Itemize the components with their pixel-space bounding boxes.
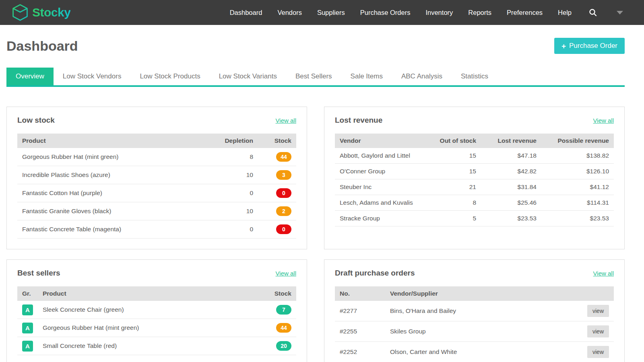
tab-low-stock-variants[interactable]: Low Stock Variants (210, 68, 286, 85)
low-stock-view-all-link[interactable]: View all (276, 117, 296, 124)
table-header-row: Vendor Out of stock Lost revenue Possibl… (335, 134, 614, 148)
stock-badge: 0 (276, 188, 291, 198)
low-stock-title: Low stock (17, 116, 55, 125)
view-po-button[interactable]: view (587, 346, 609, 358)
view-po-button[interactable]: view (587, 305, 609, 317)
product-name: Fantastic Cotton Hat (purple) (17, 184, 214, 202)
out-of-stock-value: 15 (435, 164, 481, 179)
table-row: Gorgeous Rubber Hat (mint green) 8 44 (17, 148, 296, 166)
table-row: Fantastic Concrete Table (magenta) 0 0 (17, 220, 296, 239)
nav-item-inventory[interactable]: Inventory (425, 9, 453, 16)
stock-badge: 20 (276, 341, 291, 351)
page-header: Dashboard + Purchase Order (6, 38, 625, 54)
draft-purchase-orders-view-all-link[interactable]: View all (593, 270, 614, 277)
nav-item-purchase-orders[interactable]: Purchase Orders (360, 9, 411, 16)
search-icon[interactable] (588, 8, 597, 17)
stock-badge: 2 (276, 206, 291, 216)
depletion-value: 10 (214, 202, 258, 220)
tab-best-sellers[interactable]: Best Sellers (286, 68, 341, 85)
out-of-stock-value: 8 (435, 195, 481, 211)
grade-column-header: Gr. (17, 286, 38, 301)
vendor-column-header: Vendor (335, 134, 435, 148)
table-row: #2252 Olson, Carter and White view (335, 342, 614, 362)
low-stock-table: Product Depletion Stock Gorgeous Rubber … (17, 134, 296, 239)
tab-low-stock-vendors[interactable]: Low Stock Vendors (54, 68, 131, 85)
stock-badge: 3 (276, 170, 291, 180)
po-number: #2277 (335, 301, 385, 321)
vendor-name: Abbott, Gaylord and Littel (335, 148, 435, 164)
product-name: Sleek Concrete Chair (green) (38, 301, 258, 319)
lost-revenue-title: Lost revenue (335, 116, 382, 125)
possible-revenue-value: $138.82 (541, 148, 614, 164)
table-row: Lesch, Adams and Kuvalis 8 $25.46 $114.3… (335, 195, 614, 211)
chevron-down-icon[interactable] (617, 11, 623, 14)
product-name: Gorgeous Rubber Hat (mint green) (38, 319, 258, 337)
top-navigation: Stocky Dashboard Vendors Suppliers Purch… (0, 0, 644, 25)
table-row: Abbott, Gaylord and Littel 15 $47.18 $13… (335, 148, 614, 164)
lost-revenue-value: $42.82 (481, 164, 541, 179)
lost-revenue-view-all-link[interactable]: View all (593, 117, 614, 124)
depletion-value: 0 (214, 184, 258, 202)
draft-purchase-orders-title: Draft purchase orders (335, 269, 415, 278)
best-sellers-title: Best sellers (17, 269, 60, 278)
tab-statistics[interactable]: Statistics (452, 68, 497, 85)
depletion-value: 0 (214, 220, 258, 239)
stock-badge: 44 (276, 323, 291, 333)
lost-revenue-value: $47.18 (481, 148, 541, 164)
best-sellers-table: Gr. Product Stock A Sleek Concrete Chair… (17, 286, 296, 355)
table-row: Fantastic Granite Gloves (black) 10 2 (17, 202, 296, 220)
product-name: Fantastic Concrete Table (magenta) (17, 220, 214, 239)
stock-badge: 0 (276, 224, 291, 234)
lost-revenue-panel: Lost revenue View all Vendor Out of stoc… (324, 107, 625, 249)
lost-revenue-value: $31.84 (481, 179, 541, 195)
table-row: O'Conner Group 15 $42.82 $126.10 (335, 164, 614, 179)
table-row: #2255 Skiles Group view (335, 321, 614, 342)
product-column-header: Product (38, 286, 258, 301)
best-sellers-view-all-link[interactable]: View all (276, 270, 296, 277)
nav-item-dashboard[interactable]: Dashboard (230, 9, 262, 16)
draft-purchase-orders-panel: Draft purchase orders View all No. Vendo… (324, 259, 625, 362)
stock-badge: 44 (276, 152, 291, 162)
lost-revenue-value: $25.46 (481, 195, 541, 211)
new-purchase-order-button[interactable]: + Purchase Order (554, 38, 625, 54)
number-column-header: No. (335, 286, 385, 301)
possible-revenue-value: $23.53 (541, 211, 614, 226)
depletion-value: 10 (214, 166, 258, 184)
grade-badge: A (22, 341, 33, 352)
stocky-logo-icon (11, 4, 29, 21)
po-number: #2255 (335, 321, 385, 342)
view-po-button[interactable]: view (587, 325, 609, 337)
table-row: A Gorgeous Rubber Hat (mint green) 44 (17, 319, 296, 337)
nav-item-suppliers[interactable]: Suppliers (317, 9, 345, 16)
table-header-row: Product Depletion Stock (17, 134, 296, 148)
table-row: Fantastic Cotton Hat (purple) 0 0 (17, 184, 296, 202)
grade-badge: A (22, 323, 33, 333)
actions-column-header (582, 286, 614, 301)
nav-item-preferences[interactable]: Preferences (507, 9, 543, 16)
stocky-logo[interactable]: Stocky (11, 4, 70, 21)
out-of-stock-value: 21 (435, 179, 481, 195)
product-name: Small Concrete Table (red) (38, 337, 258, 355)
lost-revenue-table: Vendor Out of stock Lost revenue Possibl… (335, 134, 614, 226)
nav-item-vendors[interactable]: Vendors (277, 9, 302, 16)
tab-low-stock-products[interactable]: Low Stock Products (130, 68, 209, 85)
nav-item-reports[interactable]: Reports (468, 9, 491, 16)
depletion-column-header: Depletion (214, 134, 258, 148)
table-row: A Small Concrete Table (red) 20 (17, 337, 296, 355)
nav-links: Dashboard Vendors Suppliers Purchase Ord… (230, 8, 623, 17)
product-name: Gorgeous Rubber Hat (mint green) (17, 148, 214, 166)
product-name: Fantastic Granite Gloves (black) (17, 202, 214, 220)
nav-item-help[interactable]: Help (558, 9, 572, 16)
table-row: Incredible Plastic Shoes (azure) 10 3 (17, 166, 296, 184)
stock-column-header: Stock (258, 134, 296, 148)
grade-badge: A (22, 304, 33, 315)
table-row: Steuber Inc 21 $31.84 $41.12 (335, 179, 614, 195)
tab-abc-analysis[interactable]: ABC Analysis (392, 68, 452, 85)
tab-sale-items[interactable]: Sale Items (341, 68, 392, 85)
table-row: Stracke Group 5 $23.53 $23.53 (335, 211, 614, 226)
tab-overview[interactable]: Overview (6, 68, 54, 85)
new-purchase-order-label: Purchase Order (569, 42, 617, 50)
stock-column-header: Stock (258, 286, 296, 301)
depletion-value: 8 (214, 148, 258, 166)
possible-revenue-column-header: Possible revenue (541, 134, 614, 148)
